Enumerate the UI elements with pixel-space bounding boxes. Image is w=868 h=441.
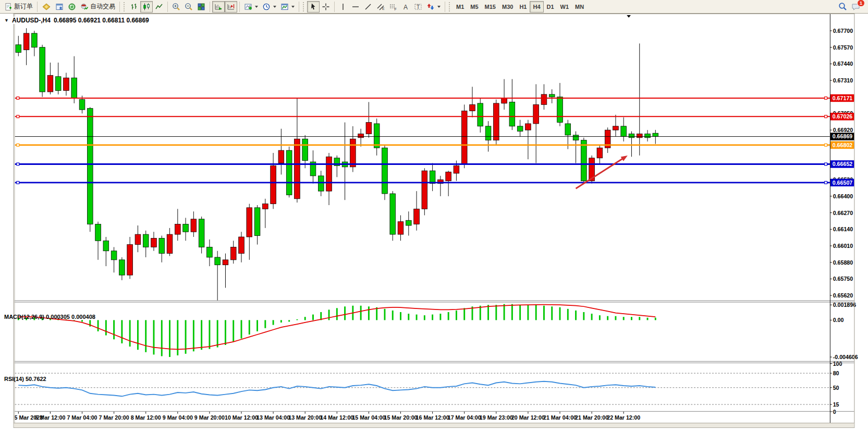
trendline-button[interactable] xyxy=(362,1,374,13)
candle[interactable] xyxy=(549,94,555,97)
candle[interactable] xyxy=(653,133,658,136)
candle[interactable] xyxy=(541,94,547,105)
candle[interactable] xyxy=(79,100,85,110)
zoom-in-button[interactable] xyxy=(170,1,182,13)
candle[interactable] xyxy=(103,241,109,251)
candle[interactable] xyxy=(71,78,77,98)
candle[interactable] xyxy=(581,140,587,181)
candle[interactable] xyxy=(16,45,21,53)
candle[interactable] xyxy=(175,224,180,235)
candle[interactable] xyxy=(223,260,228,265)
candle[interactable] xyxy=(230,247,236,259)
candle[interactable] xyxy=(621,126,627,137)
candle[interactable] xyxy=(382,148,388,194)
timeframe-mn-button[interactable]: MN xyxy=(572,1,587,13)
candle[interactable] xyxy=(183,224,189,232)
candlestick-chart-button[interactable] xyxy=(140,1,153,13)
candle[interactable] xyxy=(446,172,451,181)
candle[interactable] xyxy=(302,139,308,160)
candle[interactable] xyxy=(326,157,332,191)
candle[interactable] xyxy=(286,150,292,195)
candle[interactable] xyxy=(159,238,165,253)
candle[interactable] xyxy=(247,208,252,237)
candle[interactable] xyxy=(358,134,364,137)
channel-button[interactable]: E xyxy=(374,1,387,13)
search-button[interactable] xyxy=(836,1,849,13)
tile-windows-button[interactable] xyxy=(195,1,207,13)
candle[interactable] xyxy=(565,124,571,135)
data-window-button[interactable] xyxy=(53,1,66,13)
chart-title[interactable]: ▼ AUDUSD-,H4 0.66895 0.66921 0.66811 0.6… xyxy=(4,17,152,24)
timeframe-h1-button[interactable]: H1 xyxy=(516,1,530,13)
candle[interactable] xyxy=(430,171,435,183)
candle[interactable] xyxy=(374,124,380,148)
line-handle[interactable] xyxy=(825,181,827,184)
candle[interactable] xyxy=(525,124,531,130)
candle[interactable] xyxy=(135,234,141,245)
chart-canvas[interactable]: 0.677000.675700.674400.673100.671800.670… xyxy=(0,14,868,441)
candle[interactable] xyxy=(295,139,300,199)
notifications-button[interactable]: 1 xyxy=(849,1,863,13)
candle[interactable] xyxy=(517,126,523,132)
candle[interactable] xyxy=(454,165,459,173)
candle[interactable] xyxy=(95,224,101,241)
candle[interactable] xyxy=(40,47,45,92)
candle[interactable] xyxy=(254,208,260,236)
candle[interactable] xyxy=(263,204,268,209)
candle[interactable] xyxy=(557,97,563,123)
candle[interactable] xyxy=(167,234,173,254)
candle[interactable] xyxy=(493,103,499,140)
timeframe-m5-button[interactable]: M5 xyxy=(467,1,481,13)
line-handle[interactable] xyxy=(17,181,19,184)
auto-trading-button[interactable]: 自动交易 xyxy=(78,1,117,13)
templates-button[interactable] xyxy=(278,1,297,13)
candle[interactable] xyxy=(414,209,420,224)
candle[interactable] xyxy=(573,135,579,140)
candle[interactable] xyxy=(637,134,642,137)
candle[interactable] xyxy=(645,134,651,137)
candle[interactable] xyxy=(629,134,634,137)
candle[interactable] xyxy=(350,139,356,167)
candle[interactable] xyxy=(509,102,515,126)
timeframe-m15-button[interactable]: M15 xyxy=(482,1,499,13)
candle[interactable] xyxy=(143,234,149,247)
arrows-button[interactable] xyxy=(424,1,443,13)
candle[interactable] xyxy=(613,126,619,130)
candle[interactable] xyxy=(470,104,475,111)
candle[interactable] xyxy=(366,123,372,134)
candle[interactable] xyxy=(55,77,61,91)
cursor-button[interactable] xyxy=(307,1,320,13)
navigator-button[interactable] xyxy=(66,1,78,13)
candle[interactable] xyxy=(23,33,29,50)
candle[interactable] xyxy=(191,219,197,232)
line-handle[interactable] xyxy=(825,115,827,118)
candle[interactable] xyxy=(502,98,507,103)
candle[interactable] xyxy=(390,194,396,234)
timeframe-d1-button[interactable]: D1 xyxy=(544,1,557,13)
candle[interactable] xyxy=(318,176,324,191)
candle[interactable] xyxy=(199,219,204,247)
candle[interactable] xyxy=(485,126,491,140)
indicators-button[interactable] xyxy=(242,1,260,13)
candle[interactable] xyxy=(64,78,69,90)
timeframe-w1-button[interactable]: W1 xyxy=(557,1,572,13)
price-panel[interactable] xyxy=(15,14,830,301)
candle[interactable] xyxy=(119,260,125,275)
candle[interactable] xyxy=(533,104,539,124)
text-label-button[interactable]: T xyxy=(412,1,424,13)
new-order-button[interactable]: 新订单 xyxy=(2,1,35,13)
market-watch-button[interactable] xyxy=(40,1,53,13)
candle[interactable] xyxy=(127,245,133,276)
candle[interactable] xyxy=(207,247,213,257)
line-handle[interactable] xyxy=(825,163,827,165)
horizontal-line-button[interactable] xyxy=(349,1,362,13)
candle[interactable] xyxy=(215,257,221,265)
timeframe-m30-button[interactable]: M30 xyxy=(499,1,516,13)
periods-button[interactable] xyxy=(260,1,278,13)
candle[interactable] xyxy=(406,220,411,225)
line-handle[interactable] xyxy=(17,144,19,146)
candle[interactable] xyxy=(151,238,157,247)
line-handle[interactable] xyxy=(17,97,19,100)
line-handle[interactable] xyxy=(825,144,827,146)
candle[interactable] xyxy=(111,251,117,260)
